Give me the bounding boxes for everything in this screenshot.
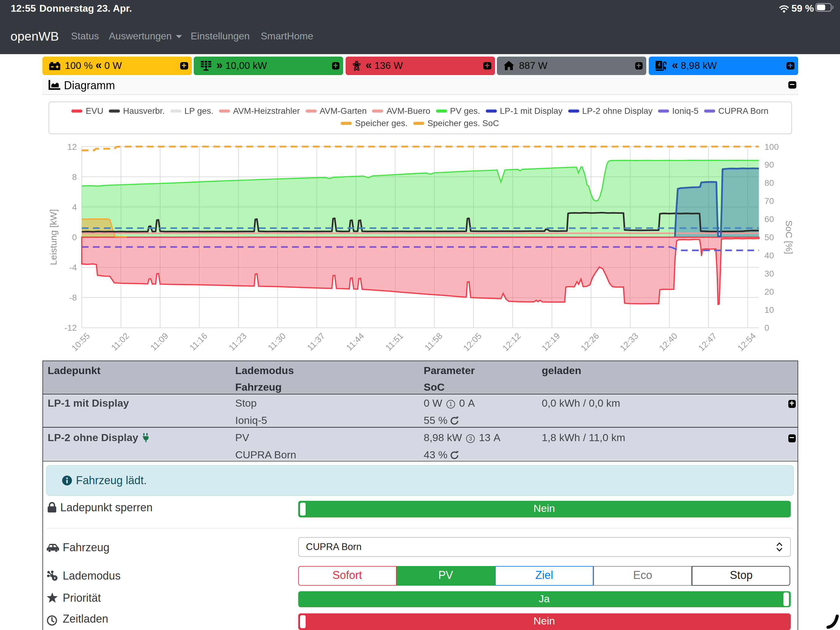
svg-text:12:26: 12:26 <box>579 331 601 353</box>
svg-text:11:37: 11:37 <box>305 331 327 353</box>
svg-text:12:12: 12:12 <box>501 331 523 353</box>
svg-text:11:02: 11:02 <box>109 331 131 353</box>
svg-text:30: 30 <box>764 269 774 279</box>
svg-text:8: 8 <box>72 172 77 182</box>
svg-text:11:44: 11:44 <box>344 331 366 353</box>
svg-text:70: 70 <box>764 196 774 206</box>
svg-text:Leistung [kW]: Leistung [kW] <box>48 209 58 265</box>
svg-text:12:40: 12:40 <box>657 331 679 353</box>
svg-text:0: 0 <box>764 323 769 332</box>
svg-text:50: 50 <box>764 233 774 242</box>
svg-text:90: 90 <box>764 160 774 169</box>
svg-text:10:55: 10:55 <box>70 331 92 353</box>
svg-text:11:30: 11:30 <box>266 331 287 353</box>
svg-text:12: 12 <box>67 142 77 152</box>
svg-text:12:54: 12:54 <box>736 331 758 353</box>
svg-text:40: 40 <box>764 251 774 260</box>
svg-text:-4: -4 <box>69 263 77 272</box>
svg-text:-12: -12 <box>65 323 77 332</box>
svg-text:4: 4 <box>72 203 77 212</box>
svg-text:12:05: 12:05 <box>461 331 483 353</box>
svg-text:0: 0 <box>72 233 77 242</box>
svg-text:60: 60 <box>764 214 774 224</box>
svg-text:11:58: 11:58 <box>423 331 444 353</box>
svg-text:11:23: 11:23 <box>227 331 248 353</box>
svg-text:11:51: 11:51 <box>384 331 405 353</box>
svg-text:10: 10 <box>764 305 774 315</box>
svg-text:SoC [%]: SoC [%] <box>784 220 794 254</box>
svg-text:11:16: 11:16 <box>188 331 209 353</box>
svg-text:-8: -8 <box>69 293 77 302</box>
svg-text:80: 80 <box>764 178 774 188</box>
svg-text:11:09: 11:09 <box>148 331 170 353</box>
svg-text:12:19: 12:19 <box>540 331 562 353</box>
svg-text:20: 20 <box>764 287 774 296</box>
svg-text:100: 100 <box>764 142 779 152</box>
svg-text:12:47: 12:47 <box>696 331 718 353</box>
svg-text:12:33: 12:33 <box>618 331 640 353</box>
